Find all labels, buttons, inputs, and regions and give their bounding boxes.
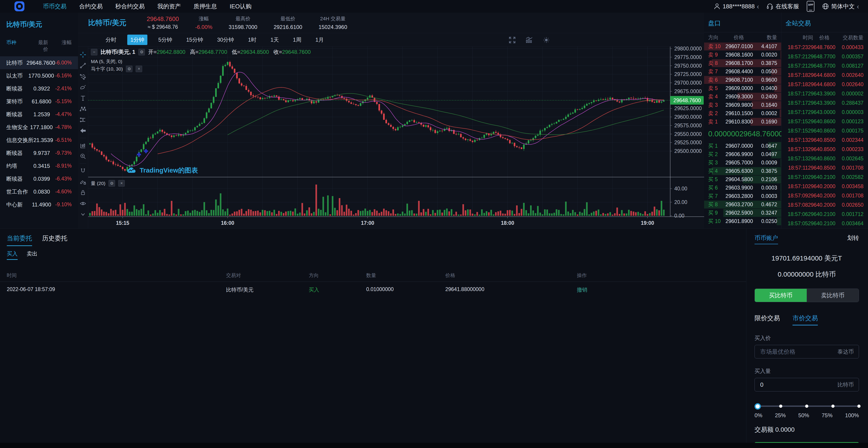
market-row[interactable]: 约塔 0.3415 -8.91% [0, 159, 78, 172]
fullscreen-icon[interactable] [508, 36, 516, 44]
slider-dot-75[interactable] [831, 405, 835, 408]
account-menu[interactable]: 188****8888 ‹ [714, 3, 759, 10]
ask-row[interactable]: 卖 4 29609.3000 0.2400 [704, 92, 781, 101]
candlestick-chart[interactable]: 29800.000029775.000029750.000029725.0000… [88, 47, 704, 229]
buy-amount-input[interactable] [760, 381, 837, 389]
bid-row[interactable]: 买 2 29606.9900 0.0497 [704, 150, 781, 158]
market-order-tab[interactable]: 市价交易 [793, 314, 818, 325]
bid-row[interactable]: 买 4 29605.6300 0.3875 [704, 167, 781, 175]
timeframe-button[interactable]: 5分钟 [155, 35, 175, 45]
indicator-gear-icon[interactable]: ⚙ [126, 66, 132, 72]
nav-menu-item[interactable]: 合约交易 [79, 2, 103, 10]
position-tool-icon[interactable] [80, 116, 86, 123]
timeframe-button[interactable]: 30分钟 [214, 35, 237, 45]
slider-thumb[interactable] [754, 403, 761, 410]
crosshair-tool-icon[interactable] [80, 51, 86, 58]
nav-menu-item[interactable]: 质押生息 [193, 2, 217, 10]
limit-order-tab[interactable]: 限价交易 [754, 314, 780, 325]
stat-volume: 24H 交易量 15024.3960 [318, 16, 347, 30]
ask-row[interactable]: 卖 8 29608.1700 0.3875 [704, 59, 781, 67]
pattern-tool-icon[interactable] [80, 106, 86, 112]
market-row[interactable]: 世工合作 0.0830 -4.60% [0, 185, 78, 198]
volume-close-icon[interactable]: × [118, 180, 125, 186]
nav-menu-item[interactable]: IEO认购 [230, 2, 252, 10]
bid-row[interactable]: 买 9 29602.5900 0.3247 [704, 209, 781, 217]
zoom-in-icon[interactable] [80, 153, 86, 160]
timeframe-button[interactable]: 1周 [290, 35, 305, 45]
bid-row[interactable]: 买 6 29603.9900 0.0003 [704, 184, 781, 192]
customer-service-link[interactable]: 在线客服 [767, 2, 799, 10]
timeframe-button[interactable]: 1分钟 [127, 35, 147, 45]
market-row[interactable]: 断续器 1.2539 -4.47% [0, 108, 78, 121]
market-row[interactable]: 以太币 1770.5000 -6.16% [0, 69, 78, 82]
legend-gear-icon[interactable]: ⚙ [138, 49, 145, 55]
trend-line-tool-icon[interactable] [80, 62, 86, 69]
market-row[interactable]: 断续器 0.3922 -2.41% [0, 82, 78, 95]
bid-row[interactable]: 买 1 29607.0000 0.0647 [704, 142, 781, 150]
ask-row[interactable]: 卖 9 29608.1600 0.0020 [704, 51, 781, 59]
ask-row[interactable]: 卖 6 29608.7100 0.9600 [704, 76, 781, 84]
bid-row[interactable]: 买 7 29603.2800 0.0003 [704, 192, 781, 200]
buy-price-input[interactable] [760, 348, 837, 356]
sell-toggle-button[interactable]: 卖比特币 [807, 289, 859, 302]
svg-text:0.00: 0.00 [674, 213, 684, 219]
visibility-eye-icon[interactable] [80, 200, 86, 207]
legend-collapse-icon[interactable]: − [91, 49, 97, 55]
market-row[interactable]: 断续器 0.0399 -6.43% [0, 172, 78, 185]
app-download-icon[interactable]: APP [807, 1, 814, 12]
ask-row[interactable]: 卖 10 29607.0100 4.4107 [704, 42, 781, 51]
magnet-tool-icon[interactable] [80, 168, 86, 174]
nav-menu-item[interactable]: 秒合约交易 [115, 2, 145, 10]
slider-dot-25[interactable] [779, 405, 782, 408]
timeframe-button[interactable]: 15分钟 [183, 35, 206, 45]
bid-row[interactable]: 买 10 29601.8900 0.0250 [704, 217, 781, 226]
market-row[interactable]: 莱特币 61.6800 -5.15% [0, 95, 78, 108]
forecast-tool-icon[interactable] [80, 142, 86, 149]
ask-row[interactable]: 卖 3 29609.9800 0.1640 [704, 101, 781, 109]
timeframe-button[interactable]: 1月 [312, 35, 327, 45]
text-tool-icon[interactable] [80, 95, 86, 101]
timeframe-button[interactable]: 1天 [267, 35, 282, 45]
buy-toggle-button[interactable]: 买比特币 [755, 289, 807, 302]
bid-row[interactable]: 买 5 29604.5800 0.2106 [704, 175, 781, 184]
volume-gear-icon[interactable]: ⚙ [108, 180, 115, 186]
exchange-logo-icon[interactable] [14, 1, 24, 11]
timeframe-button[interactable]: 1时 [245, 35, 259, 45]
market-row[interactable]: 断续器 9.9737 -9.73% [0, 147, 78, 159]
ask-row[interactable]: 卖 5 29609.0000 0.0400 [704, 84, 781, 92]
orders-tab[interactable]: 历史委托 [42, 234, 67, 245]
market-row[interactable]: 生物安全 177.1800 -4.78% [0, 121, 78, 133]
ask-row[interactable]: 卖 7 29608.4400 0.0500 [704, 67, 781, 76]
trade-row: 18:57:10 29640.2000 0.003458 [781, 182, 868, 191]
timeframe-button[interactable]: 分时 [102, 35, 120, 45]
orders-tab[interactable]: 当前委托 [7, 234, 32, 246]
nav-menu-item[interactable]: 币币交易 [43, 2, 66, 10]
pitchfork-tool-icon[interactable] [80, 73, 86, 80]
slider-dot-100[interactable] [857, 405, 861, 408]
orders-subtab[interactable]: 卖出 [27, 250, 37, 260]
undo-arrow-icon[interactable] [80, 127, 86, 134]
nav-right: 188****8888 ‹ 在线客服 APP 简体中文 ‹ [714, 1, 868, 12]
ask-row[interactable]: 卖 2 29610.1500 0.0002 [704, 109, 781, 118]
orders-subtab[interactable]: 买入 [7, 250, 18, 260]
bid-row[interactable]: 买 8 29603.2700 0.4672 [704, 200, 781, 209]
drawing-lock-icon[interactable] [80, 178, 86, 185]
market-row[interactable]: 信息交换所 21.3539 -6.51% [0, 133, 78, 147]
language-switcher[interactable]: 简体中文 ‹ [822, 2, 859, 10]
toolbar-collapse-chevron-icon[interactable] [80, 211, 86, 218]
chart-settings-gear-icon[interactable] [542, 36, 550, 44]
slider-dot-50[interactable] [805, 405, 808, 408]
spot-account-link[interactable]: 币币账户 [754, 234, 778, 244]
bid-row[interactable]: 买 3 29605.7000 0.0009 [704, 158, 781, 167]
cancel-order-link[interactable]: 撤销 [577, 286, 587, 293]
ask-row[interactable]: 卖 1 29610.8300 0.1690 [704, 118, 781, 126]
indicators-icon[interactable] [525, 36, 533, 44]
market-row[interactable]: 中心新 11.4900 -9.10% [0, 198, 78, 211]
indicator-close-icon[interactable]: × [135, 66, 142, 72]
market-row[interactable]: 比特币 29648.7600 -6.00% [0, 56, 78, 69]
transfer-link[interactable]: 划转 [847, 234, 859, 242]
tradingview-attribution[interactable]: TradingView的图表 [127, 166, 198, 175]
brush-tool-icon[interactable] [80, 84, 86, 91]
lock-icon[interactable] [80, 189, 86, 196]
nav-menu-item[interactable]: 我的资产 [157, 2, 181, 10]
